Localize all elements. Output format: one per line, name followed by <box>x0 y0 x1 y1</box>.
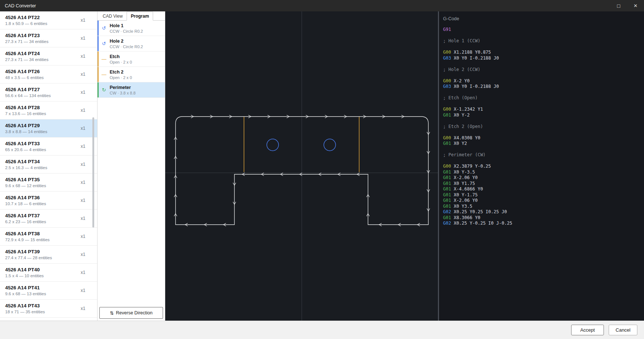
footer-bar: Accept Cancel <box>0 321 644 339</box>
operation-item[interactable]: —Etch 2Open · 2 x 0 <box>98 67 165 82</box>
gcode-command-line: G00 X1.2188 Y0.875 <box>439 50 644 56</box>
operation-detail: CCW · Circle R0.2 <box>110 44 143 49</box>
part-detail: 1.5 x 4 — 10 entities <box>5 274 44 278</box>
part-qty: x1 <box>81 270 85 275</box>
gcode-lines: G91 ; Hole 1 (CCW) G00 X1.2188 Y0.875G03… <box>439 27 644 226</box>
part-qty: x1 <box>81 306 85 311</box>
part-list-item[interactable]: 4526 A14 PT4318 x 71 — 35 entitiesx1 <box>0 300 97 318</box>
part-list-item[interactable]: 4526 A14 PT3872.9 x 4.9 — 15 entitiesx1 <box>0 228 97 246</box>
gcode-comment: ; Perimeter (CW) <box>443 152 486 157</box>
part-detail: 9.6 x 68 — 13 entities <box>5 292 46 296</box>
hole-circle <box>267 139 279 151</box>
part-qty: x1 <box>81 288 85 293</box>
part-qty: x1 <box>81 126 85 131</box>
gcode-comment-line: ; Hole 2 (CCW) <box>439 67 644 73</box>
operation-accent-bar <box>98 51 99 67</box>
part-text: 4526 A14 PT4318 x 71 — 35 entities <box>5 303 45 314</box>
sidebar-scrollbar-thumb[interactable] <box>92 117 94 228</box>
part-list-item[interactable]: 4526 A14 PT3365 x 20.6 — 4 entitiesx1 <box>0 138 97 156</box>
part-qty: x1 <box>81 18 85 23</box>
part-list-item[interactable]: 4526 A14 PT342.5 x 16.3 — 4 entitiesx1 <box>0 156 97 174</box>
maximize-button[interactable]: □ <box>610 0 627 11</box>
gcode-comment: ; Hole 1 (CCW) <box>443 38 480 43</box>
part-detail: 48 x 3.5 — 6 entities <box>5 75 44 80</box>
part-list-item[interactable]: 4526 A14 PT359.6 x 68 — 12 entitiesx1 <box>0 174 97 192</box>
part-text: 4526 A14 PT3365 x 20.6 — 4 entities <box>5 141 46 152</box>
reverse-direction-label: Reverse Direction <box>116 310 152 315</box>
part-list-item[interactable]: 4526 A14 PT419.6 x 68 — 13 entitiesx1 <box>0 282 97 300</box>
operations-footer: ⇅ Reverse Direction <box>98 307 165 321</box>
part-list-item[interactable]: 4526 A14 PT44x1 <box>0 318 97 321</box>
part-qty: x1 <box>81 180 85 185</box>
operation-accent-bar <box>98 82 99 97</box>
part-name: 4526 A14 PT39 <box>5 249 52 254</box>
gcode-blank-line <box>439 147 644 153</box>
gcode-word: G02 <box>443 209 451 214</box>
gcode-comment-line: ; Etch 2 (Open) <box>439 124 644 130</box>
part-qty: x1 <box>81 216 85 221</box>
operation-accent-bar <box>98 67 99 82</box>
part-list-item[interactable]: 4526 A14 PT3610.7 x 18 — 6 entitiesx1 <box>0 192 97 210</box>
etch-icon: — <box>101 72 107 77</box>
part-list-item[interactable]: 4526 A14 PT3927.4 x 77.4 — 28 entitiesx1 <box>0 246 97 264</box>
tab-cad-view[interactable]: CAD View <box>99 12 127 21</box>
operation-text: Etch 2Open · 2 x 0 <box>110 69 132 80</box>
operation-item[interactable]: ↺Hole 1CCW · Circle R0.2 <box>98 21 165 36</box>
gcode-word: G01 <box>443 192 451 197</box>
part-list-item[interactable]: 4526 A14 PT401.5 x 4 — 10 entitiesx1 <box>0 264 97 282</box>
gcode-command-line: G01 X0 Y1.75 <box>439 181 644 187</box>
gcode-word: G00 <box>443 164 451 169</box>
close-button[interactable]: × <box>627 0 644 11</box>
part-name: 4526 A14 PT34 <box>5 159 47 164</box>
part-qty: x1 <box>81 72 85 77</box>
part-text: 4526 A14 PT2756.6 x 64 — 134 entities <box>5 87 51 98</box>
cad-canvas-svg <box>165 11 438 321</box>
cad-canvas[interactable] <box>165 11 438 321</box>
part-text: 4526 A14 PT419.6 x 68 — 13 entities <box>5 285 46 296</box>
gcode-command-line: G01 X0 Y-1.75 <box>439 192 644 198</box>
operation-text: Hole 1CCW · Circle R0.2 <box>110 23 143 33</box>
part-text: 4526 A14 PT3872.9 x 4.9 — 15 entities <box>5 231 50 242</box>
part-name: 4526 A14 PT43 <box>5 303 45 308</box>
operations-list: ↺Hole 1CCW · Circle R0.2↺Hole 2CCW · Cir… <box>98 21 165 98</box>
operation-item[interactable]: ↻PerimeterCW · 3.8 x 8.8 <box>98 82 165 98</box>
part-detail: 7 x 13.6 — 16 entities <box>5 111 46 116</box>
gcode-command-line: G01 X0 Y-2 <box>439 113 644 118</box>
part-name: 4526 A14 PT36 <box>5 195 46 200</box>
gcode-panel-title: G-Code <box>439 16 644 27</box>
part-list-item[interactable]: 4526 A14 PT376.2 x 23 — 16 entitiesx1 <box>0 210 97 228</box>
part-name: 4526 A14 PT26 <box>5 69 44 74</box>
part-list-item[interactable]: 4526 A14 PT2648 x 3.5 — 6 entitiesx1 <box>0 65 97 83</box>
gcode-word: G00 <box>443 78 451 83</box>
gcode-blank-line <box>439 44 644 50</box>
part-list-item[interactable]: 4526 A14 PT287 x 13.6 — 16 entitiesx1 <box>0 101 97 119</box>
part-list-item[interactable]: 4526 A14 PT2327.3 x 71 — 34 entitiesx1 <box>0 29 97 47</box>
gcode-blank-line <box>439 101 644 107</box>
cancel-button[interactable]: Cancel <box>609 325 637 335</box>
ccw-icon: ↺ <box>101 41 107 46</box>
reverse-direction-button[interactable]: ⇅ Reverse Direction <box>99 307 163 319</box>
accept-button[interactable]: Accept <box>571 325 604 335</box>
ccw-icon: ↺ <box>101 25 107 31</box>
gcode-blank-line <box>439 118 644 124</box>
operation-item[interactable]: —EtchOpen · 2 x 0 <box>98 51 165 67</box>
tab-program[interactable]: Program <box>127 12 153 21</box>
reverse-direction-icon: ⇅ <box>110 310 114 316</box>
operation-item[interactable]: ↺Hole 2CCW · Circle R0.2 <box>98 36 165 51</box>
gcode-command-line: G01 X0 Y3.5 <box>439 204 644 210</box>
operation-name: Etch 2 <box>110 69 132 75</box>
part-list-item[interactable]: 4526 A14 PT2427.3 x 71 — 34 entitiesx1 <box>0 47 97 65</box>
part-list-item[interactable]: 4526 A14 PT293.8 x 8.8 — 14 entitiesx1 <box>0 119 97 138</box>
gcode-word: G00 <box>443 50 451 55</box>
operation-detail: CCW · Circle R0.2 <box>110 29 143 33</box>
gcode-comment-line: ; Etch (Open) <box>439 95 644 101</box>
window-title: CAD Converter <box>0 0 610 11</box>
titlebar: CAD Converter □ × <box>0 0 644 11</box>
gcode-word: G01 <box>443 175 451 180</box>
hole-circle <box>324 139 336 151</box>
part-detail: 18 x 71 — 35 entities <box>5 310 45 314</box>
gcode-blank-line <box>439 33 644 39</box>
part-list-item[interactable]: 4526 A14 PT221.8 x 50.9 — 6 entitiesx1 <box>0 11 97 29</box>
part-list-item[interactable]: 4526 A14 PT2756.6 x 64 — 134 entitiesx1 <box>0 83 97 101</box>
gcode-command-line: G01 X-4.6866 Y0 <box>439 186 644 192</box>
